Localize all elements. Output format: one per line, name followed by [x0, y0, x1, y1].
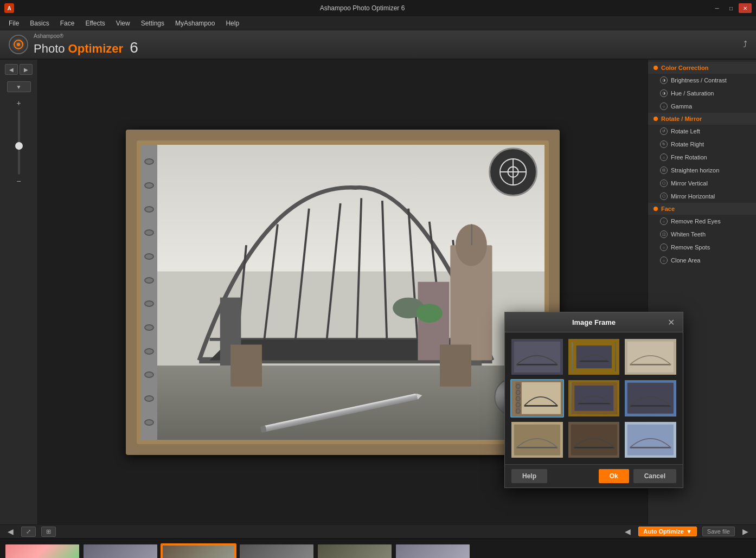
- dialog-close-button[interactable]: ✕: [665, 317, 676, 328]
- spiral-ring: [144, 395, 154, 402]
- rotate-right-icon: ↻: [660, 140, 668, 148]
- svg-point-48: [516, 397, 521, 401]
- remove-spots-label: Remove Spots: [671, 244, 710, 251]
- save-file-button[interactable]: Save file: [702, 527, 735, 536]
- left-controls: ◀ ▶ ▼ + −: [0, 60, 38, 524]
- frame-option-9[interactable]: [624, 421, 677, 459]
- brightness-label: Brightness / Contrast: [671, 77, 727, 84]
- filmstrip-thumb-5[interactable]: [317, 543, 393, 559]
- menu-effects[interactable]: Effects: [80, 18, 110, 29]
- frame-option-3[interactable]: [624, 338, 677, 376]
- fit-screen-icon: ⤢: [26, 528, 31, 535]
- panel-item-straighten[interactable]: ⊟ Straighten horizon: [648, 164, 756, 177]
- panel-item-remove-spots[interactable]: ○ Remove Spots: [648, 241, 756, 254]
- frame-option-2[interactable]: [567, 338, 621, 376]
- filmstrip-thumb-6[interactable]: [395, 543, 471, 559]
- dialog-titlebar: Image Frame ✕: [505, 312, 683, 332]
- filmstrip-thumb-3[interactable]: [161, 543, 236, 559]
- panel-item-red-eyes[interactable]: ○ Remove Red Eyes: [648, 215, 756, 228]
- clone-area-icon: ○: [660, 256, 668, 264]
- frame-option-4[interactable]: [510, 379, 564, 417]
- original-size-icon: ⊞: [46, 528, 51, 535]
- svg-point-46: [516, 384, 521, 389]
- menu-file[interactable]: File: [3, 18, 24, 29]
- dialog-cancel-button[interactable]: Cancel: [633, 469, 676, 483]
- mirror-horizontal-icon: ⬡: [660, 193, 668, 200]
- fit-screen-button[interactable]: ⤢: [21, 527, 36, 537]
- panel-item-rotate-right[interactable]: ↻ Rotate Right: [648, 138, 756, 151]
- panel-item-mirror-horizontal[interactable]: ⬡ Mirror Horizontal: [648, 190, 756, 203]
- brand-name: Photo Optimizer 6: [34, 39, 138, 56]
- filmstrip-thumb-4[interactable]: [239, 543, 315, 559]
- title-bar: A Ashampoo Photo Optimizer 6 ─ □ ✕: [0, 0, 756, 16]
- menu-bar: File Basics Face Effects View Settings M…: [0, 16, 756, 30]
- panel-item-free-rotation[interactable]: ○ Free Rotation: [648, 151, 756, 164]
- hue-label: Hue / Saturation: [671, 90, 714, 97]
- brand-number: 6: [130, 39, 138, 56]
- gamma-label: Gamma: [671, 103, 692, 110]
- auto-optimize-label: Auto Optimize: [643, 528, 684, 535]
- spiral-ring: [144, 371, 154, 378]
- bottom-toolbar: ◀ ⤢ ⊞ ◀ Auto Optimize ▼ Save file ▶: [0, 524, 756, 538]
- dialog-help-button[interactable]: Help: [511, 469, 547, 483]
- zoom-track: [18, 110, 20, 175]
- auto-optimize-button[interactable]: Auto Optimize ▼: [638, 527, 696, 536]
- pan-right-button[interactable]: ▶: [20, 64, 33, 75]
- original-size-button[interactable]: ⊞: [41, 527, 56, 537]
- spiral-ring: [144, 348, 154, 355]
- window-title: Ashampoo Photo Optimizer 6: [14, 4, 710, 12]
- frame-option-8[interactable]: [567, 421, 621, 459]
- whiten-teeth-icon: ◫: [660, 230, 668, 238]
- zoom-thumb[interactable]: [15, 142, 23, 150]
- share-icon[interactable]: ⤴: [743, 40, 747, 49]
- section-rotate-mirror[interactable]: Rotate / Mirror: [648, 113, 756, 125]
- image-frame-dialog: Image Frame ✕: [504, 312, 683, 488]
- menu-settings[interactable]: Settings: [136, 18, 170, 29]
- window-controls: ─ □ ✕: [710, 3, 752, 13]
- frame-container: [126, 130, 560, 455]
- dialog-ok-button[interactable]: Ok: [599, 469, 629, 483]
- panel-item-whiten-teeth[interactable]: ◫ Whiten Teeth: [648, 228, 756, 241]
- zoom-in-button[interactable]: +: [14, 99, 24, 107]
- frame-option-7[interactable]: [510, 421, 564, 459]
- section-face-label: Face: [661, 206, 675, 212]
- zoom-out-button[interactable]: −: [14, 177, 24, 185]
- spiral-ring: [144, 229, 154, 236]
- minimize-button[interactable]: ─: [710, 3, 723, 13]
- frame-option-1[interactable]: [510, 338, 564, 376]
- svg-rect-4: [157, 365, 544, 440]
- frame-option-5[interactable]: [567, 379, 621, 417]
- menu-help[interactable]: Help: [220, 18, 245, 29]
- pan-left-button[interactable]: ◀: [5, 64, 18, 75]
- brand-optimizer: Optimizer: [68, 42, 123, 55]
- menu-view[interactable]: View: [111, 18, 136, 29]
- filmstrip-thumb-1[interactable]: [4, 543, 80, 559]
- panel-item-hue[interactable]: ◑ Hue / Saturation: [648, 87, 756, 100]
- filmstrip-thumb-2[interactable]: [82, 543, 158, 559]
- maximize-button[interactable]: □: [725, 3, 738, 13]
- panel-item-rotate-left[interactable]: ↺ Rotate Left: [648, 125, 756, 138]
- section-color-correction[interactable]: Color Correction: [648, 62, 756, 74]
- prev-image-arrow[interactable]: ◀: [623, 526, 633, 537]
- back-arrow[interactable]: ◀: [5, 526, 16, 537]
- spiral-ring: [144, 277, 154, 284]
- straighten-label: Straighten horizon: [671, 167, 719, 174]
- pan-down-button[interactable]: ▼: [7, 81, 31, 92]
- brand-photo: Photo: [34, 42, 68, 55]
- svg-point-49: [516, 403, 521, 407]
- close-button[interactable]: ✕: [739, 3, 752, 13]
- menu-face[interactable]: Face: [55, 18, 80, 29]
- panel-item-clone-area[interactable]: ○ Clone Area: [648, 254, 756, 267]
- panel-item-gamma[interactable]: ○ Gamma: [648, 100, 756, 113]
- panel-item-brightness[interactable]: ◑ Brightness / Contrast: [648, 74, 756, 87]
- next-image-arrow[interactable]: ▶: [740, 526, 751, 537]
- frame-option-6[interactable]: [624, 379, 677, 417]
- app-header: Ashampoo® Photo Optimizer 6 ⤴: [0, 30, 756, 60]
- notebook-frame: [137, 140, 549, 444]
- menu-basics[interactable]: Basics: [24, 18, 54, 29]
- section-face[interactable]: Face: [648, 203, 756, 215]
- menu-myashampoo[interactable]: MyAshampoo: [170, 18, 220, 29]
- brightness-icon: ◑: [660, 76, 668, 84]
- panel-item-mirror-vertical[interactable]: ⬡ Mirror Vertical: [648, 177, 756, 190]
- straighten-icon: ⊟: [660, 166, 668, 174]
